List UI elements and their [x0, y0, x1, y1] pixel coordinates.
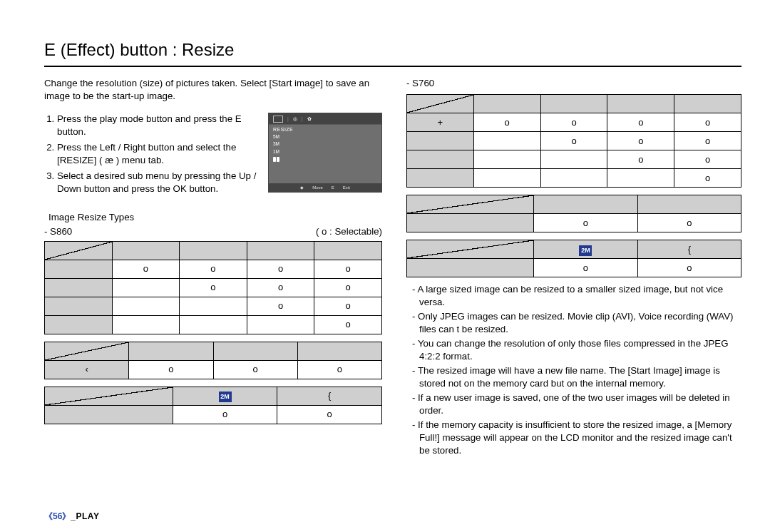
cell: o — [540, 113, 607, 132]
cell — [112, 278, 180, 297]
cell: o — [277, 405, 382, 424]
s760-label: - S760 — [406, 77, 741, 90]
s860-2m-table: 2M { o o — [44, 387, 382, 424]
s860-label: - S860 — [44, 225, 72, 238]
cell — [540, 150, 607, 169]
cell: o — [637, 214, 741, 232]
steps-wrap: Press the play mode button and press the… — [44, 113, 382, 198]
note-4: - The resized image will have a new file… — [406, 364, 741, 390]
row-header — [45, 260, 113, 278]
col-header-brace: { — [277, 387, 382, 405]
cell: o — [637, 259, 741, 277]
cell — [540, 169, 607, 188]
lcd-screen: | ◎ | ✿ RESIZE 5M 3M 1M ◆ Move — [268, 113, 382, 193]
cell: o — [247, 278, 314, 297]
step-2: Press the Left / Right button and select… — [57, 141, 258, 167]
cell: o — [112, 260, 180, 278]
intro-text: Change the resolution (size) of pictures… — [44, 77, 382, 103]
lcd-label: RESIZE — [273, 126, 377, 133]
arrow-updown-icon: ◆ — [300, 185, 304, 190]
note-6: - If the memory capacity is insufficient… — [406, 419, 741, 457]
title-rule — [44, 66, 741, 67]
cell: o — [473, 113, 540, 132]
cell — [473, 169, 540, 188]
diag-cell — [407, 95, 474, 113]
note-5: - If a new user image is saved, one of t… — [406, 392, 741, 417]
page-title: E (Effect) button : Resize — [44, 39, 741, 63]
col-header — [540, 95, 607, 113]
note-1: - A large sized image can be resized to … — [406, 283, 741, 309]
cell: o — [607, 113, 674, 132]
col-header — [473, 95, 540, 113]
diag-cell — [45, 387, 173, 405]
lcd-exit-key: E — [332, 185, 334, 190]
people-icon — [273, 157, 279, 162]
diag-cell — [407, 195, 534, 214]
notes: - A large sized image can be resized to … — [406, 283, 741, 456]
lcd-exit-label: Exit — [343, 185, 350, 190]
cell: o — [674, 169, 741, 188]
row-header-plus: + — [407, 113, 474, 132]
cell: o — [297, 360, 381, 379]
diag-cell — [45, 241, 113, 260]
cell: o — [129, 360, 213, 379]
col-header — [314, 241, 382, 260]
row-header — [407, 214, 534, 232]
cell: o — [607, 150, 674, 169]
col-header — [607, 95, 674, 113]
steps-list: Press the play mode button and press the… — [44, 113, 258, 195]
selectable-note: ( o : Selectable) — [316, 225, 382, 238]
lcd-sep2: | — [302, 116, 303, 122]
section-label: _PLAY — [71, 511, 99, 521]
lcd-bottom-bar: ◆ Move E Exit — [269, 183, 381, 192]
row-header — [407, 259, 534, 277]
col-header-2m: 2M — [534, 240, 637, 259]
lcd-item-people — [273, 156, 377, 163]
cell: o — [314, 278, 382, 297]
row-header — [45, 405, 173, 424]
col-header — [297, 342, 381, 360]
lcd-item-5m: 5M — [273, 133, 377, 141]
diag-cell — [407, 240, 534, 259]
cell: o — [534, 214, 637, 232]
s860-secondary-table: ‹ o o o — [44, 342, 382, 379]
s860-main-table: o o o o o o o o o — [44, 241, 382, 334]
diag-cell — [45, 342, 129, 360]
subhead: Image Resize Types — [48, 211, 382, 224]
s860-label-row: - S860 ( o : Selectable) — [44, 225, 382, 238]
col-header-2m: 2M — [173, 387, 277, 405]
cell: o — [314, 260, 382, 278]
step-3: Select a desired sub menu by pressing th… — [57, 170, 258, 195]
row-header — [407, 150, 474, 169]
footer: 《56》_PLAY — [44, 511, 99, 522]
cell: o — [180, 260, 247, 278]
cell: o — [534, 259, 637, 277]
cell: o — [247, 297, 314, 315]
s760-main-table: + o o o o o o o o o — [406, 94, 741, 188]
chip-2m-icon: 2M — [219, 392, 232, 402]
cell — [112, 297, 180, 315]
lcd-item-1m: 1M — [273, 148, 377, 156]
lcd-item-3m: 3M — [273, 140, 377, 148]
cell — [607, 169, 674, 188]
cell: o — [247, 260, 314, 278]
cell — [180, 297, 247, 315]
cell: o — [314, 315, 382, 334]
columns: Change the resolution (size) of pictures… — [44, 77, 741, 458]
col-header — [180, 241, 247, 260]
cell: o — [180, 278, 247, 297]
cell — [473, 132, 540, 150]
cell: o — [674, 113, 741, 132]
palette-icon: ✿ — [307, 116, 312, 122]
col-header — [112, 241, 180, 260]
cell: o — [213, 360, 297, 379]
step-1: Press the play mode button and press the… — [57, 113, 258, 138]
left-column: Change the resolution (size) of pictures… — [44, 77, 382, 458]
cell — [473, 150, 540, 169]
row-header — [407, 132, 474, 150]
right-column: - S760 + o o o o o o o — [406, 77, 741, 458]
s760-2m-table: 2M { o o — [406, 240, 741, 277]
note-2: - Only JPEG images can be resized. Movie… — [406, 310, 741, 336]
cell: o — [540, 132, 607, 150]
chip-2m-icon: 2M — [579, 245, 592, 256]
